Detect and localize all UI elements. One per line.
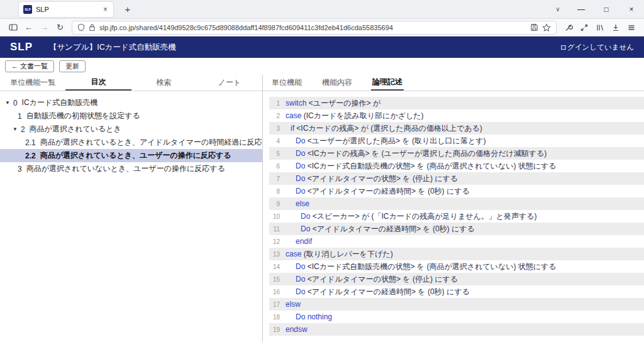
logic-text: <ICカードの残高> を (ユーザーが選択した商品の価格分だけ減額する) [305,149,547,158]
tab-close-icon[interactable]: × [102,5,109,14]
window-maximize-button[interactable]: □ [594,0,619,19]
right-panel-tabs: 単位機能機能内容論理記述 [263,75,644,91]
window-minimize-button[interactable]: — [569,0,594,19]
expander-icon[interactable]: ▼ [13,126,18,132]
logic-line[interactable]: 12endif [269,235,644,248]
update-button[interactable]: 更新 [59,60,86,72]
logic-keyword: Do [296,287,305,296]
logic-code: Do <アイドルタイマーの状態> を (停止) にする [286,174,458,184]
logic-code: case (ICカードを読み取り部にかざした) [286,111,424,121]
toc-item-label: ICカード式自動販売機 [22,97,98,108]
toc-tree-item[interactable]: 3商品が選択されていないとき、ユーザーの操作に反応する [0,162,262,175]
logic-line[interactable]: 7Do <アイドルタイマーの状態> を (停止) にする [269,172,644,185]
toc-tree-item[interactable]: 2.1商品が選択されているとき、アイドルタイマーの時間経過に反応する [0,136,262,149]
logic-line[interactable]: 15Do <アイドルタイマーの状態> を (停止) にする [269,273,644,285]
shield-icon[interactable] [77,23,85,31]
logic-line-number: 19 [269,326,280,333]
expander-icon[interactable]: ▼ [5,100,10,106]
logic-line[interactable]: 14Do <ICカード式自動販売機の状態> を (商品が選択されていない) 状態… [269,260,644,273]
logic-line-number: 15 [269,276,280,283]
left-panel-tab[interactable]: 検索 [131,75,197,91]
browser-tab[interactable]: SLP SLP × [19,2,113,17]
logic-line[interactable]: 2case (ICカードを読み取り部にかざした) [269,109,644,122]
logic-line[interactable]: 16Do <アイドルタイマーの経過時間> を (0秒) にする [269,285,644,298]
logic-text: <スピーカー> が (「ICカードの残高が足りません。」と発声する) [310,212,536,221]
logic-line[interactable]: 9else [269,197,644,210]
logic-code: case (取り消しレバーを下げた) [286,249,393,260]
logic-text: <ICカードの残高> が (選択した商品の価格以上である) [294,124,482,133]
lock-icon[interactable] [89,23,96,31]
toc-tree-item[interactable]: ▼0ICカード式自動販売機 [0,96,262,109]
login-status: ログインしていません [560,43,634,52]
firefox-view-icon[interactable] [5,20,21,35]
fullscreen-expand-icon[interactable] [576,20,592,35]
logic-keyword: Do [296,149,305,158]
app-logo[interactable]: SLP [10,41,33,53]
browser-tab-title: SLP [36,6,98,13]
logic-code: if <ICカードの残高> が (選択した商品の価格以上である) [286,123,482,134]
toc-tree: ▼0ICカード式自動販売機1自動販売機の初期状態を設定する▼2商品が選択されてい… [0,91,262,175]
left-panel: 単位機能一覧目次検索ノート ▼0ICカード式自動販売機1自動販売機の初期状態を設… [0,75,263,342]
download-icon[interactable] [608,20,623,35]
logic-line-number: 7 [269,175,280,182]
window-close-button[interactable]: × [619,0,644,19]
logic-line[interactable]: 4Do <ユーザーが選択した商品> を (取り出し口に落とす) [269,135,644,147]
logic-code: switch <ユーザーの操作> が [286,98,380,109]
logic-text: <ユーザーの操作> が [306,99,380,108]
logic-line[interactable]: 13case (取り消しレバーを下げた) [269,248,644,260]
left-panel-tab[interactable]: 目次 [65,75,131,91]
toc-item-label: 自動販売機の初期状態を設定する [26,111,140,121]
refresh-icon[interactable]: ↻ [52,20,68,35]
right-panel-tab[interactable]: 単位機能 [270,75,303,91]
browser-tab-strip: SLP SLP × + ∨ — □ × [0,0,644,19]
logic-code: endif [286,237,312,246]
toc-item-number: 2.2 [25,152,36,160]
logic-line-number: 5 [269,150,280,157]
toc-tree-item[interactable]: ▼2商品が選択されているとき [0,123,262,136]
logic-line[interactable]: 11Do <アイドルタイマーの経過時間> を (0秒) にする [269,223,644,235]
logic-line[interactable]: 19endsw [269,323,644,336]
logic-line-number: 2 [269,113,280,119]
logic-line[interactable]: 5Do <ICカードの残高> を (ユーザーが選択した商品の価格分だけ減額する) [269,147,644,160]
logic-line-number: 3 [269,125,280,132]
address-bar[interactable]: slp.jfp.co.jp/shared/4149d9528c9c675d890… [72,21,557,35]
save-page-icon[interactable] [530,23,538,31]
logic-line[interactable]: 6Do <ICカード式自動販売機の状態> を (商品が選択されていない) 状態に… [269,160,644,172]
toc-tree-item[interactable]: 2.2商品が選択されているとき、ユーザーの操作に反応する [0,149,262,162]
logic-code: endsw [286,325,308,334]
logic-line[interactable]: 18Do nothing [269,311,644,323]
left-panel-tab[interactable]: 単位機能一覧 [0,75,65,91]
logic-text: <アイドルタイマーの経過時間> を (0秒) にする [305,287,469,296]
logic-line-number: 9 [269,201,280,207]
logic-keyword: switch [286,99,306,108]
logic-line[interactable]: 8Do <アイドルタイマーの経過時間> を (0秒) にする [269,185,644,197]
logic-keyword: Do [296,262,305,271]
tools-wrench-icon[interactable] [560,20,576,35]
logic-code: Do nothing [286,312,332,321]
new-tab-button[interactable]: + [121,4,135,14]
left-panel-tab[interactable]: ノート [197,75,262,91]
back-icon[interactable]: ← [21,20,36,35]
logic-keyword: Do nothing [296,312,332,321]
logic-line[interactable]: 17elsw [269,298,644,311]
logic-keyword: Do [301,212,310,221]
forward-icon[interactable]: → [36,20,52,35]
library-icon[interactable] [592,20,608,35]
logic-line[interactable]: 3if <ICカードの残高> が (選択した商品の価格以上である) [269,122,644,135]
logic-line[interactable]: 10Do <スピーカー> が (「ICカードの残高が足りません。」と発声する) [269,210,644,223]
app-header: SLP 【サンプル】ICカード式自動販売機 ログインしていません [0,36,644,58]
toc-tree-item[interactable]: 1自動販売機の初期状態を設定する [0,109,262,123]
right-panel: 単位機能機能内容論理記述 1switch <ユーザーの操作> が2case (I… [263,75,644,342]
logic-line-number: 1 [269,100,280,107]
logic-code: Do <ICカードの残高> を (ユーザーが選択した商品の価格分だけ減額する) [286,148,547,159]
bookmark-star-icon[interactable] [542,23,551,32]
right-panel-tab[interactable]: 機能内容 [321,75,353,91]
back-to-document-list-button[interactable]: ← 文書一覧 [5,60,54,72]
toc-item-number: 3 [18,165,22,174]
right-panel-tab[interactable]: 論理記述 [371,75,404,91]
logic-line[interactable]: 1switch <ユーザーの操作> が [269,97,644,109]
logic-code: Do <アイドルタイマーの経過時間> を (0秒) にする [286,186,470,197]
list-tabs-icon[interactable]: ∨ [547,0,569,19]
menu-hamburger-icon[interactable] [623,20,639,35]
logic-keyword: Do [296,275,305,284]
